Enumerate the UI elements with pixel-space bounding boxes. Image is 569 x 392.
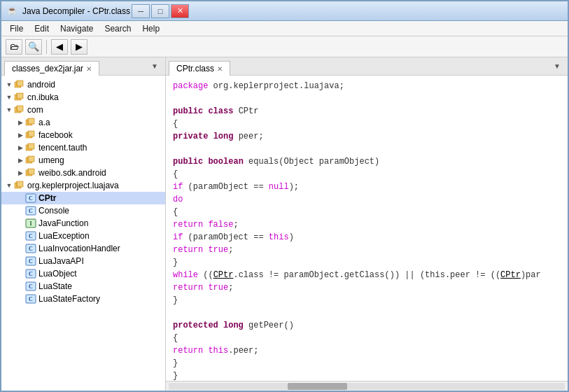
tree-item-facebook[interactable]: ▶ facebook xyxy=(1,129,165,141)
close-button[interactable]: ✕ xyxy=(171,4,189,18)
menu-item-edit[interactable]: Edit xyxy=(29,22,55,35)
code-token: if xyxy=(173,232,183,242)
tree-item-a.a[interactable]: ▶ a.a xyxy=(1,116,165,129)
tree-expand-org.keplerproject.luajava[interactable]: ▼ xyxy=(4,181,14,190)
svg-rect-18 xyxy=(29,132,34,136)
code-token: long xyxy=(223,321,244,330)
svg-text:C: C xyxy=(29,284,33,290)
tree-expand-LuaException[interactable] xyxy=(15,231,25,241)
code-line-21: { xyxy=(173,332,561,344)
tree-item-LuaException[interactable]: C LuaException xyxy=(1,230,165,242)
tree-expand-facebook[interactable]: ▶ xyxy=(15,130,25,140)
tree-item-Console[interactable]: C Console xyxy=(1,204,165,217)
tree-expand-umeng[interactable]: ▶ xyxy=(15,155,25,165)
right-tab[interactable]: CPtr.class ✕ xyxy=(169,61,230,76)
svg-rect-6 xyxy=(17,94,22,98)
code-token: { xyxy=(173,119,178,129)
right-panel: CPtr.class ✕ ▼ package org.keplerproject… xyxy=(166,57,568,391)
tree-expand-weibo.sdk.android[interactable]: ▶ xyxy=(15,168,25,178)
tree-expand-a.a[interactable]: ▶ xyxy=(15,118,25,127)
maximize-button[interactable]: □ xyxy=(151,4,169,18)
code-token: .peer; xyxy=(228,346,258,356)
tree-item-label-CPtr: CPtr xyxy=(38,193,56,203)
tree-expand-cn.ibuka[interactable]: ▼ xyxy=(4,92,14,102)
code-editor: package org.keplerproject.luajava; publi… xyxy=(166,76,568,381)
tree-item-cn.ibuka[interactable]: ▼ cn.ibuka xyxy=(1,91,165,104)
tree-expand-Console[interactable] xyxy=(15,206,25,216)
left-tab-close-icon[interactable]: ✕ xyxy=(86,65,92,73)
tree-expand-LuaStateFactory[interactable] xyxy=(15,294,25,304)
svg-text:I: I xyxy=(29,220,31,227)
menu-item-search[interactable]: Search xyxy=(99,22,136,35)
tree-item-com[interactable]: ▼ com xyxy=(1,104,165,116)
class-reference[interactable]: CPtr xyxy=(213,270,234,280)
code-line-14: return true; xyxy=(173,244,561,256)
file-tree: ▼ android▼ cn.ibuka▼ com▶ a.a▶ xyxy=(1,76,165,391)
tree-item-LuaInvocationHandler[interactable]: C LuaInvocationHandler xyxy=(1,242,165,255)
menu-item-help[interactable]: Help xyxy=(136,22,165,35)
package-icon xyxy=(25,142,36,153)
code-token: )par xyxy=(521,270,541,280)
class-icon: C xyxy=(25,243,36,254)
tree-expand-com[interactable]: ▼ xyxy=(4,105,14,115)
svg-rect-2 xyxy=(17,81,22,85)
tree-item-label-org.keplerproject.luajava: org.keplerproject.luajava xyxy=(27,181,119,190)
scrollbar-thumb[interactable] xyxy=(288,383,347,390)
tree-expand-LuaInvocationHandler[interactable] xyxy=(15,244,25,253)
tree-item-JavaFunction[interactable]: I JavaFunction xyxy=(1,217,165,230)
forward-button[interactable]: ▶ xyxy=(71,39,87,55)
tree-item-umeng[interactable]: ▶ umeng xyxy=(1,154,165,167)
code-token: ; xyxy=(228,283,233,293)
tree-item-LuaState[interactable]: C LuaState xyxy=(1,280,165,293)
tree-item-android[interactable]: ▼ android xyxy=(1,78,165,91)
left-tab-label: classes_dex2jar.jar xyxy=(12,64,83,74)
right-tab-close-icon[interactable]: ✕ xyxy=(217,65,223,73)
svg-text:C: C xyxy=(29,208,33,214)
svg-text:C: C xyxy=(29,258,33,265)
tree-expand-LuaJavaAPI[interactable] xyxy=(15,256,25,266)
open-button[interactable]: 🗁 xyxy=(6,39,22,55)
left-tab[interactable]: classes_dex2jar.jar ✕ xyxy=(4,61,99,76)
scrollbar-track[interactable] xyxy=(169,383,565,390)
tree-expand-tencent.tauth[interactable]: ▶ xyxy=(15,143,25,153)
menu-bar: FileEditNavigateSearchHelp xyxy=(1,21,568,36)
tree-item-CPtr[interactable]: C CPtr xyxy=(1,192,165,204)
tree-item-LuaStateFactory[interactable]: C LuaStateFactory xyxy=(1,293,165,305)
tree-item-label-JavaFunction: JavaFunction xyxy=(38,218,88,228)
tree-item-label-cn.ibuka: cn.ibuka xyxy=(27,92,59,102)
class-icon: C xyxy=(25,230,36,241)
svg-rect-10 xyxy=(17,106,22,111)
menu-item-file[interactable]: File xyxy=(4,22,29,35)
tree-expand-LuaState[interactable] xyxy=(15,281,25,291)
menu-item-navigate[interactable]: Navigate xyxy=(55,22,99,35)
code-token: true xyxy=(208,283,228,293)
tree-item-LuaJavaAPI[interactable]: C LuaJavaAPI xyxy=(1,255,165,267)
horizontal-scrollbar[interactable] xyxy=(166,381,568,391)
tree-expand-android[interactable]: ▼ xyxy=(4,80,14,90)
minimize-button[interactable]: ─ xyxy=(132,4,150,18)
right-panel-dropdown-icon[interactable]: ▼ xyxy=(549,61,565,71)
tree-item-LuaObject[interactable]: C LuaObject xyxy=(1,267,165,280)
tree-item-weibo.sdk.android[interactable]: ▶ weibo.sdk.android xyxy=(1,167,165,179)
code-token: ); xyxy=(289,182,299,192)
tree-expand-JavaFunction[interactable] xyxy=(15,218,25,228)
back-button[interactable]: ◀ xyxy=(51,39,68,55)
tree-item-label-LuaInvocationHandler: LuaInvocationHandler xyxy=(38,244,120,253)
class-reference[interactable]: CPtr xyxy=(500,270,521,280)
tree-item-label-LuaException: LuaException xyxy=(38,231,90,241)
tree-expand-LuaObject[interactable] xyxy=(15,269,25,279)
tree-item-tencent.tauth[interactable]: ▶ tencent.tauth xyxy=(1,141,165,154)
right-tab-label: CPtr.class xyxy=(176,64,214,74)
left-panel-dropdown-icon[interactable]: ▼ xyxy=(147,61,162,71)
code-line-20: protected long getPeer() xyxy=(173,319,561,332)
search-toolbar-button[interactable]: 🔍 xyxy=(25,39,42,55)
title-text: Java Decompiler - CPtr.class xyxy=(22,6,130,16)
code-token: false xyxy=(208,220,233,230)
svg-rect-26 xyxy=(29,157,34,161)
code-token: while xyxy=(173,270,198,280)
tree-item-org.keplerproject.luajava[interactable]: ▼ org.keplerproject.luajava xyxy=(1,179,165,192)
code-token: .class != paramObject.getClass()) || (th… xyxy=(233,270,500,280)
code-line-2 xyxy=(173,92,561,105)
tree-expand-CPtr[interactable] xyxy=(15,193,25,203)
code-token: protected xyxy=(173,321,218,330)
